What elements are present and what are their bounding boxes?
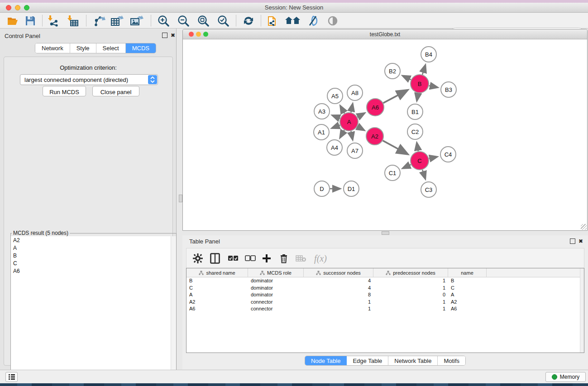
zoom-selected-button[interactable] bbox=[215, 14, 232, 27]
table-cell[interactable]: A6 bbox=[448, 305, 487, 313]
node-B2[interactable]: B2 bbox=[385, 63, 400, 79]
node-A8[interactable]: A8 bbox=[347, 85, 363, 100]
edge-A-A4[interactable] bbox=[340, 130, 344, 138]
save-session-button[interactable] bbox=[22, 14, 39, 27]
delete-columns-button[interactable] bbox=[276, 252, 292, 265]
edge-A6-B[interactable] bbox=[383, 90, 407, 103]
select-all-button[interactable] bbox=[225, 252, 241, 265]
column-header-shared-name[interactable]: shared name bbox=[186, 268, 248, 277]
edge-A-A7[interactable] bbox=[351, 131, 353, 140]
edge-A2-C[interactable] bbox=[383, 141, 407, 154]
tab-node-table[interactable]: Node Table bbox=[305, 356, 347, 365]
table-cell[interactable]: B bbox=[186, 277, 248, 285]
node-A3[interactable]: A3 bbox=[314, 104, 330, 119]
float-panel-icon[interactable] bbox=[162, 33, 167, 38]
mcds-result-list[interactable]: A2ABCA6 bbox=[11, 236, 176, 386]
tab-mcds[interactable]: MCDS bbox=[126, 43, 156, 53]
delete-table-button[interactable] bbox=[293, 252, 309, 265]
tab-select[interactable]: Select bbox=[96, 43, 126, 53]
node-C3[interactable]: C3 bbox=[421, 182, 436, 197]
window-resize-grip[interactable] bbox=[581, 224, 587, 230]
network-canvas[interactable]: B4B2BB3A8A5A6A3B1AA1C2A2A4A7C4CC1DD1C3 bbox=[183, 39, 587, 230]
node-A1[interactable]: A1 bbox=[314, 124, 329, 140]
column-header-name[interactable]: name bbox=[448, 268, 487, 277]
node-A2[interactable]: A2 bbox=[366, 128, 383, 145]
edge-A-A3[interactable] bbox=[332, 115, 340, 119]
edge-A-A1[interactable] bbox=[332, 125, 340, 128]
table-cell[interactable]: 8 bbox=[304, 291, 373, 299]
edge-B-B3[interactable] bbox=[429, 86, 438, 87]
table-cell[interactable]: C bbox=[186, 285, 248, 292]
node-B1[interactable]: B1 bbox=[407, 104, 423, 119]
export-image-button[interactable] bbox=[128, 14, 145, 27]
table-cell[interactable]: A bbox=[186, 291, 248, 299]
table-cell[interactable]: B bbox=[448, 277, 487, 285]
table-cell[interactable]: dominator bbox=[248, 277, 304, 285]
table-cell[interactable]: C bbox=[448, 285, 487, 292]
column-header-MCDS-role[interactable]: MCDS role bbox=[248, 268, 304, 277]
edge-B-B2[interactable] bbox=[402, 76, 411, 80]
mcds-result-item[interactable]: B bbox=[11, 252, 176, 259]
list-scrollbar[interactable] bbox=[171, 236, 176, 386]
edge-C-C4[interactable] bbox=[429, 157, 437, 158]
float-table-panel-icon[interactable] bbox=[570, 238, 575, 244]
close-panel-button[interactable]: Close panel bbox=[92, 86, 139, 96]
table-row[interactable]: Bdominator41B bbox=[186, 277, 584, 285]
node-C[interactable]: C bbox=[411, 152, 429, 170]
table-cell[interactable]: 0 bbox=[373, 291, 448, 299]
node-B3[interactable]: B3 bbox=[441, 82, 456, 97]
refresh-view-button[interactable] bbox=[240, 14, 257, 27]
table-cell[interactable]: 1 bbox=[304, 299, 373, 306]
zoom-fit-button[interactable] bbox=[195, 14, 212, 27]
export-table-button[interactable] bbox=[109, 14, 126, 27]
mcds-result-item[interactable]: C bbox=[11, 259, 176, 267]
edge-B-B1[interactable] bbox=[417, 93, 418, 101]
node-C2[interactable]: C2 bbox=[407, 124, 423, 139]
vertical-splitter-handle[interactable] bbox=[179, 195, 182, 202]
import-table-button[interactable] bbox=[64, 14, 81, 27]
table-cell[interactable]: dominator bbox=[248, 291, 304, 299]
open-session-button[interactable] bbox=[5, 14, 22, 27]
column-header-successor-nodes[interactable]: successor nodes bbox=[304, 268, 373, 277]
table-cell[interactable]: 1 bbox=[373, 277, 448, 285]
table-cell[interactable]: 1 bbox=[373, 305, 448, 313]
tab-style[interactable]: Style bbox=[70, 43, 96, 53]
tab-edge-table[interactable]: Edge Table bbox=[347, 356, 388, 365]
table-cell[interactable]: 1 bbox=[304, 305, 373, 313]
node-A7[interactable]: A7 bbox=[347, 143, 363, 158]
table-cell[interactable]: 1 bbox=[373, 299, 448, 306]
toggle-annotations-button[interactable] bbox=[304, 14, 321, 27]
edge-C-C3[interactable] bbox=[422, 170, 425, 179]
import-network-button[interactable] bbox=[45, 14, 62, 27]
edge-C-C2[interactable] bbox=[417, 143, 418, 152]
toggle-graphics-details-button[interactable] bbox=[324, 14, 341, 27]
table-cell[interactable]: 4 bbox=[304, 277, 373, 285]
clone-network-button[interactable] bbox=[264, 14, 282, 27]
function-builder-button[interactable]: f(x) bbox=[311, 252, 330, 265]
node-A5[interactable]: A5 bbox=[327, 88, 343, 104]
table-cell[interactable]: connector bbox=[248, 299, 304, 306]
node-A[interactable]: A bbox=[340, 113, 358, 131]
edge-A-A8[interactable] bbox=[351, 104, 353, 112]
mcds-result-item[interactable]: A bbox=[11, 244, 176, 252]
mcds-result-item[interactable]: A2 bbox=[11, 236, 176, 244]
mcds-result-item[interactable]: A6 bbox=[11, 267, 176, 275]
zoom-out-button[interactable] bbox=[175, 14, 192, 27]
unselect-all-button[interactable] bbox=[243, 252, 258, 265]
run-mcds-button[interactable]: Run MCDS bbox=[43, 86, 86, 96]
table-cell[interactable]: 1 bbox=[373, 285, 448, 292]
close-panel-icon[interactable]: ✖ bbox=[170, 33, 176, 38]
table-scrollbar[interactable] bbox=[580, 268, 584, 353]
zoom-in-button[interactable] bbox=[155, 14, 172, 27]
table-cell[interactable]: A bbox=[448, 291, 487, 299]
export-network-button[interactable] bbox=[91, 14, 108, 27]
table-row[interactable]: A2connector11A2 bbox=[186, 299, 584, 306]
table-cell[interactable]: connector bbox=[248, 305, 304, 313]
edge-A-A2[interactable] bbox=[357, 126, 364, 130]
network-graph[interactable]: B4B2BB3A8A5A6A3B1AA1C2A2A4A7C4CC1DD1C3 bbox=[183, 39, 587, 230]
tab-motifs[interactable]: Motifs bbox=[438, 356, 465, 365]
add-column-button[interactable] bbox=[259, 252, 274, 265]
table-cell[interactable]: A2 bbox=[186, 299, 248, 306]
edge-A-A5[interactable] bbox=[340, 106, 344, 114]
table-row[interactable]: A6connector11A6 bbox=[186, 305, 584, 313]
